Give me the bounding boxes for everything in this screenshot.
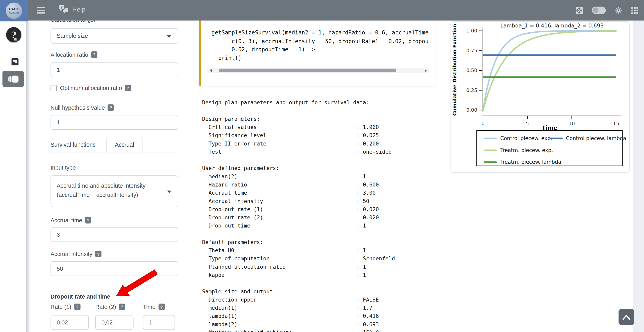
- input-type-select[interactable]: Accrual time and absolute intensity (acc…: [50, 175, 178, 207]
- chevron-up-icon: [622, 314, 631, 320]
- r-code-text: getSampleSizeSurvival(median2 = 1, hazar…: [212, 28, 432, 62]
- legend-item: Treatm. piecew. lambda: [484, 159, 561, 165]
- menu-hamburger-icon[interactable]: [37, 7, 45, 14]
- output-row: Drop-out time: 1: [202, 222, 448, 230]
- output-text-line: Design plan parameters and output for su…: [202, 98, 448, 107]
- null-hypothesis-input[interactable]: [50, 115, 178, 130]
- help-badge-icon[interactable]: ?: [158, 304, 164, 310]
- icon-sidebar: ?: [0, 20, 26, 332]
- output-row: Type II error rate: 0.200: [202, 140, 448, 148]
- output-row: Direction upper: FALSE: [202, 296, 448, 304]
- code-horizontal-scrollbar[interactable]: [207, 68, 429, 73]
- code-line: print(): [212, 54, 432, 62]
- calculation-target-value: Sample size: [57, 32, 88, 39]
- flip-step-icon[interactable]: [12, 58, 18, 65]
- help-badge-icon[interactable]: ?: [85, 217, 91, 224]
- output-row: Planned allocation ratio: 1: [202, 263, 448, 271]
- accrual-intensity-label: Accrual intensity?: [50, 250, 189, 258]
- accrual-time-input[interactable]: [50, 227, 178, 242]
- output-row: Critical values: 1.960: [202, 123, 448, 131]
- null-hypothesis-label: Null hypothesis value?: [50, 104, 189, 111]
- legend-item: Control piecew. exp.: [484, 135, 552, 141]
- sidebar-scroll-shadow: [26, 20, 31, 332]
- help-badge-icon[interactable]: ?: [91, 51, 97, 58]
- allocation-ratio-label: Allocation ratio?: [50, 51, 189, 58]
- r-code-card: getSampleSizeSurvival(median2 = 1, hazar…: [199, 18, 436, 86]
- chart-legend: Control piecew. exp.Control piecew. lamb…: [476, 130, 623, 166]
- svg-text:1.00: 1.00: [466, 28, 477, 34]
- sidebar-item-active-panels[interactable]: [2, 71, 24, 87]
- dropout-time-label: Time?: [143, 303, 178, 310]
- output-row: median(1): 1.7: [202, 304, 448, 312]
- fullscreen-icon[interactable]: [576, 7, 583, 14]
- output-text-line: Sample size and output:: [202, 288, 448, 296]
- scroll-right-arrow-icon[interactable]: [425, 69, 427, 72]
- output-text-line: [202, 156, 448, 164]
- top-header-bar: ? Help: [0, 0, 644, 20]
- accrual-time-label: Accrual time?: [50, 216, 189, 224]
- tab-survival-functions[interactable]: Survival functions: [50, 137, 96, 152]
- legend-swatch: [550, 137, 562, 139]
- code-line: 0.02, dropoutTime = 1) |>: [212, 45, 432, 54]
- help-badge-icon[interactable]: ?: [95, 250, 102, 257]
- question-logo-icon[interactable]: ?: [6, 27, 21, 42]
- help-badge-icon[interactable]: ?: [74, 304, 80, 310]
- optimum-allocation-checkbox[interactable]: [50, 85, 57, 91]
- output-row: Test: one-sided: [202, 148, 448, 156]
- help-badge-icon[interactable]: ?: [125, 84, 131, 91]
- help-label: Help: [72, 6, 86, 13]
- output-row: kappa: 1: [202, 271, 448, 279]
- input-type-value-line1: Accrual time and absolute intensity: [57, 181, 172, 190]
- output-row: median(2): 1: [202, 172, 448, 181]
- pact-cloud-logo-icon: PACT Cloud: [6, 2, 22, 19]
- logo-text-1: PACT: [9, 7, 19, 11]
- optimum-allocation-label: Optimum allocation ratio: [60, 84, 122, 92]
- legend-label: Treatm. piecew. lambda: [500, 159, 562, 165]
- calculation-target-select[interactable]: Sample size: [50, 28, 178, 44]
- scrollbar-thumb[interactable]: [219, 69, 396, 72]
- scroll-left-arrow-icon[interactable]: [210, 69, 212, 72]
- parameters-form-panel: Calculation target Sample size Allocatio…: [31, 20, 189, 332]
- help-button[interactable]: ? Help: [58, 4, 86, 14]
- output-text-line: Design parameters:: [202, 115, 448, 123]
- design-plan-output: Design plan parameters and output for su…: [202, 98, 448, 332]
- help-badge-icon[interactable]: ?: [108, 104, 114, 111]
- output-row: Drop-out rate (1): 0.020: [202, 206, 448, 214]
- output-row: Accrual intensity: 50: [202, 197, 448, 206]
- allocation-ratio-input[interactable]: [50, 62, 178, 77]
- x-axis-title: Time: [476, 124, 623, 131]
- app-window: ? Help: [0, 0, 644, 332]
- svg-text:0.25: 0.25: [466, 88, 477, 93]
- input-type-label: Input type: [50, 164, 189, 171]
- output-row: Theta H0: 1: [202, 246, 448, 254]
- dropout-rate1-label: Rate (1)?: [50, 303, 95, 310]
- output-text-line: [202, 230, 448, 238]
- dropout-rate2-input[interactable]: [95, 315, 134, 330]
- svg-text:0.00: 0.00: [466, 107, 477, 113]
- app-logo[interactable]: PACT Cloud: [0, 0, 28, 21]
- tab-accrual[interactable]: Accrual: [106, 137, 143, 152]
- output-row: lambda(2): 0.693: [202, 320, 448, 328]
- legend-swatch: [484, 161, 497, 163]
- dark-mode-toggle[interactable]: [592, 6, 606, 14]
- apps-grid-icon[interactable]: [631, 7, 638, 14]
- panel-layout-icon: [8, 77, 9, 81]
- chevron-down-icon: [167, 35, 171, 38]
- toggle-knob: [593, 7, 598, 13]
- output-text-line: User defined parameters:: [202, 164, 448, 172]
- code-line: c(0, 3), accrualIntensity = 50, dropoutR…: [212, 37, 432, 45]
- legend-item: Treatm. piecew. exp.: [484, 147, 553, 153]
- output-row: Type of computation: Schoenfeld: [202, 255, 448, 263]
- brightness-sun-icon[interactable]: [615, 6, 622, 14]
- output-text-line: Default parameters:: [202, 238, 448, 246]
- dropout-time-input[interactable]: [143, 315, 175, 330]
- legend-swatch: [484, 137, 497, 139]
- help-badge-icon[interactable]: ?: [119, 304, 125, 310]
- cdf-chart: Lambda_1 = 0.416, lambda_2 = 0.693Cumula…: [451, 22, 630, 128]
- legend-swatch: [484, 149, 497, 151]
- legend-label: Treatm. piecew. exp.: [500, 147, 553, 153]
- output-text-line: [202, 107, 448, 115]
- dropout-rate1-input[interactable]: [50, 315, 89, 330]
- svg-text:Lambda_1 = 0.416, lambda_2 = 0: Lambda_1 = 0.416, lambda_2 = 0.693: [500, 22, 604, 29]
- scroll-to-top-button[interactable]: [618, 309, 634, 325]
